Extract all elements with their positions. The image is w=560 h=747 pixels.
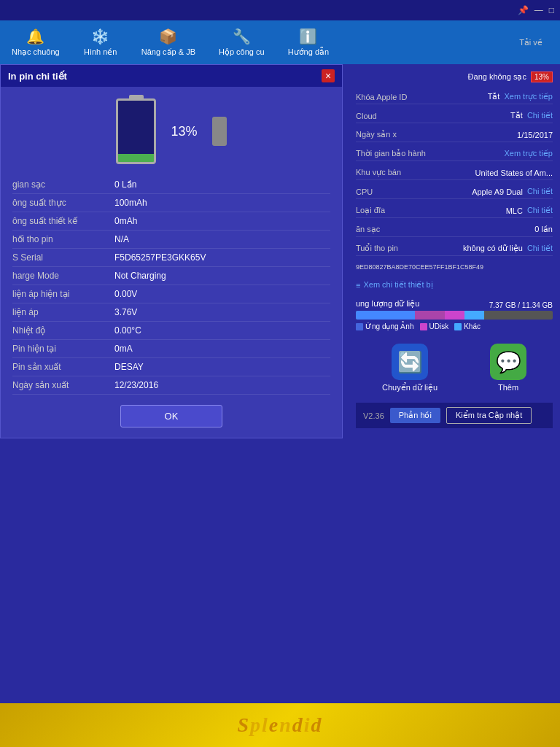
value-tuoi-tho: không có dữ liệu [463, 244, 523, 253]
battery-connector [212, 117, 227, 146]
value-group-tuoi-tho: không có dữ liệu Chi tiết [463, 244, 553, 253]
battery-percent-badge: 13% [531, 71, 553, 82]
label-cong-suat-thiet-ke: ông suất thiết kế [12, 216, 114, 226]
minimize-icon[interactable]: — [534, 5, 543, 15]
box-icon: 📦 [159, 28, 177, 45]
wrench-icon: 🔧 [233, 28, 251, 45]
label-khu-vuc: Khu vực bán [356, 168, 401, 177]
link-cloud[interactable]: Chi tiết [527, 111, 553, 120]
storage-bar-other [464, 311, 484, 320]
label-pin-san-xuat: Pin sản xuất [12, 362, 114, 372]
link-tuoi-tho[interactable]: Chi tiết [527, 244, 553, 253]
info-row-dien-ap: liện áp 3.76V [12, 303, 330, 322]
value-serial: F5D65257PE3GKK65V [114, 252, 206, 263]
dialog-title: In pin chi tiết [8, 71, 67, 82]
battery-dialog: In pin chi tiết × 13% gian sạc 0 Lần ông… [0, 64, 343, 438]
info-row-pin-hien-tai: Pin hiện tại 0mA [12, 340, 330, 358]
value-cong-suat-thuc: 100mAh [114, 198, 147, 208]
action-item-them[interactable]: 💬 Thêm [490, 344, 526, 392]
chuyen-du-lieu-icon: 🔄 [397, 350, 423, 374]
nav-item-hop-cong-cu[interactable]: 🔧 Hộp công cu [207, 25, 276, 60]
value-ngay-san-xuat: 12/23/2016 [114, 380, 158, 390]
legend-dot-app [356, 323, 363, 330]
storage-legend: Ứng dụng Ảnh UDisk Khác [356, 322, 553, 330]
link-apple-id[interactable]: Xem trực tiếp [504, 92, 553, 101]
nav-item-hinh-nen[interactable]: ❄️ Hình nền [71, 25, 130, 60]
nav-label-huong-dan: Hướng dẫn [288, 47, 329, 57]
value-charge-mode: Not Charging [114, 271, 166, 281]
info-row-cong-suat-thiet-ke: ông suất thiết kế 0mAh [12, 212, 330, 231]
battery-visual-area: 13% [1, 87, 342, 176]
dialog-close-button[interactable]: × [322, 69, 335, 82]
legend-label-other: Khác [464, 322, 481, 330]
maximize-icon[interactable]: □ [549, 5, 554, 15]
link-thoi-gian[interactable]: Xem trực tiếp [504, 149, 553, 158]
label-gian-sac: gian sạc [12, 179, 114, 190]
value-pin-hien-tai: 0mA [114, 344, 133, 354]
label-tuoi-tho: Tuổi tho pin [356, 244, 398, 253]
label-charge-mode: harge Mode [12, 271, 114, 281]
dialog-title-bar: In pin chi tiết × [1, 65, 342, 87]
uuid-text: 9ED80827BA8DE70CEE57FF1BF1C58F49 [356, 260, 553, 274]
info-row-dien-ap-hien-tai: liện áp hiện tại 0.00V [12, 285, 330, 303]
label-ngay-san-xuat: Ngày sản xuất [12, 380, 114, 390]
link-loai-dia[interactable]: Chi tiết [527, 206, 553, 215]
detail-device-button[interactable]: ≡ Xem chi tiết thiết bị [356, 278, 553, 292]
storage-bar [356, 311, 553, 320]
value-ngay-san-x: 1/15/2017 [517, 131, 553, 139]
label-ngay-san-x: Ngày sản x [356, 130, 397, 139]
label-dien-ap: liện áp [12, 307, 114, 317]
value-hoi-tho-pin: N/A [114, 234, 129, 244]
value-cloud: Tắt [510, 111, 523, 120]
label-cpu: CPU [356, 187, 373, 196]
label-nhiet-do: Nhiệt độ [12, 325, 114, 336]
info-row-hoi-tho-pin: hối tho pin N/A [12, 231, 330, 249]
info-row-nhiet-do: Nhiệt độ 0.00°C [12, 322, 330, 340]
nav-label-nhac-chuong: Nhạc chuông [12, 47, 60, 57]
ok-button[interactable]: OK [120, 405, 223, 427]
nav-label-nang-cap: Nâng cấp & JB [141, 47, 195, 57]
status-bar-top: Đang không sạc 13% [356, 71, 553, 82]
link-cpu[interactable]: Chi tiết [527, 187, 553, 196]
value-dien-ap-hien-tai: 0.00V [114, 289, 137, 299]
them-icon-box: 💬 [490, 344, 526, 380]
legend-label-app: Ứng dụng Ảnh [365, 322, 414, 330]
detail-row-loai-dia: Loại đĩa MLC Chi tiết [356, 204, 553, 218]
update-button[interactable]: Kiểm tra Cập nhật [446, 407, 532, 424]
label-cong-suat-thuc: ông suất thực [12, 198, 114, 208]
label-pin-hien-tai: Pin hiện tại [12, 344, 114, 354]
storage-label: ung lượng dữ liệu [356, 299, 419, 309]
nav-label-hinh-nen: Hình nền [84, 47, 117, 57]
value-nhiet-do: 0.00°C [114, 325, 141, 336]
action-label-them: Thêm [498, 383, 518, 392]
pin-icon[interactable]: 📌 [518, 5, 529, 15]
label-dien-ap-hien-tai: liện áp hiện tại [12, 289, 114, 299]
watermark: Splendid [0, 703, 560, 747]
detail-row-ngay-san-x: Ngày sản x 1/15/2017 [356, 128, 553, 142]
storage-value: 7.37 GB / 11.34 GB [489, 301, 553, 309]
action-item-chuyen-du-lieu[interactable]: 🔄 Chuyển dữ liệu [382, 344, 438, 392]
battery-percent-display: 13% [171, 124, 197, 139]
value-loai-dia: MLC [506, 206, 523, 215]
storage-section: ung lượng dữ liệu 7.37 GB / 11.34 GB Ứng… [356, 299, 553, 330]
nav-item-nhac-chuong[interactable]: 🔔 Nhạc chuông [0, 25, 71, 60]
storage-bar-photo [415, 311, 445, 320]
feedback-button[interactable]: Phản hồi [390, 408, 440, 423]
nav-item-tai-ve[interactable]: Tải về [502, 35, 560, 50]
legend-item-udisk: UDisk [420, 322, 449, 330]
list-icon: ≡ [356, 281, 360, 290]
nav-item-huong-dan[interactable]: ℹ️ Hướng dẫn [276, 25, 341, 60]
info-icon: ℹ️ [299, 28, 317, 45]
action-label-chuyen-du-lieu: Chuyển dữ liệu [382, 383, 438, 392]
value-gian-sac: 0 Lần [114, 179, 136, 190]
legend-dot-udisk [420, 323, 427, 330]
value-khu-vuc: United States of Am... [475, 169, 553, 177]
storage-bar-udisk [445, 311, 464, 320]
label-hoi-tho-pin: hối tho pin [12, 234, 114, 244]
app-container: 📌 — □ 🔔 Nhạc chuông ❄️ Hình nền 📦 Nâng c… [0, 0, 560, 703]
nav-label-hop-cong-cu: Hộp công cu [219, 47, 265, 57]
value-cong-suat-thiet-ke: 0mAh [114, 216, 137, 226]
storage-bar-app [356, 311, 415, 320]
action-icons: 🔄 Chuyển dữ liệu 💬 Thêm [356, 338, 553, 398]
nav-item-nang-cap[interactable]: 📦 Nâng cấp & JB [130, 25, 207, 60]
